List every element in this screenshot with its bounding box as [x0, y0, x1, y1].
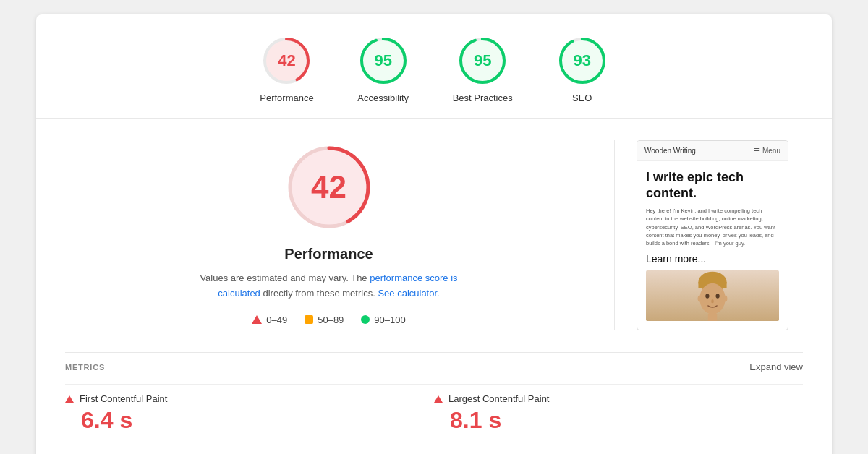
svg-point-22 [698, 296, 702, 302]
svg-point-17 [699, 283, 726, 314]
preview-menu: ☰ Menu [754, 147, 780, 155]
metric-status-icon-fcp [65, 395, 74, 403]
left-panel: 42 Performance Values are estimated and … [65, 140, 592, 330]
score-value-accessibility: 95 [374, 51, 391, 70]
svg-point-19 [715, 294, 719, 299]
svg-point-18 [705, 294, 709, 299]
metrics-header: METRICS Expand view [65, 352, 803, 384]
score-item-performance[interactable]: 42 Performance [260, 35, 313, 103]
main-content: 42 Performance Values are estimated and … [36, 119, 832, 352]
main-card: 42 Performance 95 Accessibility [36, 14, 832, 454]
metric-value-lcp: 8.1 s [434, 407, 803, 434]
score-label-accessibility: Accessibility [357, 93, 409, 103]
big-performance-circle: 42 [282, 140, 376, 234]
metrics-section: METRICS Expand view First Contentful Pai… [36, 352, 832, 454]
performance-title: Performance [284, 246, 373, 262]
performance-description: Values are estimated and may vary. The p… [192, 271, 467, 301]
score-circle-accessibility: 95 [357, 35, 409, 87]
desc-text-1: Values are estimated and may vary. The [200, 273, 370, 283]
metric-fcp-header: First Contentful Paint [65, 393, 434, 404]
svg-point-20 [711, 299, 714, 303]
score-label-seo: SEO [572, 93, 592, 103]
preview-learn-more[interactable]: Learn more... [646, 253, 779, 265]
legend-item-poor: 0–49 [252, 314, 287, 325]
metric-item-lcp: Largest Contentful Paint 8.1 s [434, 384, 803, 442]
metric-status-icon-lcp [434, 395, 443, 403]
metric-value-fcp: 6.4 s [65, 407, 434, 434]
preview-site-name: Wooden Writing [644, 147, 696, 155]
score-circle-best-practices: 95 [456, 35, 509, 87]
score-row: 42 Performance 95 Accessibility [36, 14, 832, 119]
score-label-best-practices: Best Practices [453, 93, 513, 103]
desc-text-2: directly from these metrics. [260, 288, 378, 299]
big-score-number: 42 [311, 169, 346, 205]
expand-view-button[interactable]: Expand view [749, 361, 803, 372]
green-circle-icon [361, 315, 370, 324]
vertical-divider [614, 140, 615, 330]
score-label-performance: Performance [260, 93, 313, 103]
preview-header: Wooden Writing ☰ Menu [637, 141, 788, 161]
legend-label-good: 90–100 [374, 314, 405, 325]
score-circle-performance: 42 [260, 35, 312, 87]
legend-label-average: 50–89 [318, 314, 344, 325]
legend-label-poor: 0–49 [266, 314, 287, 325]
legend: 0–49 50–89 90–100 [252, 314, 405, 325]
metric-lcp-header: Largest Contentful Paint [434, 393, 803, 404]
metrics-section-title: METRICS [65, 363, 105, 372]
score-value-performance: 42 [278, 51, 295, 70]
metric-name-fcp: First Contentful Paint [80, 393, 167, 404]
legend-item-average: 50–89 [305, 314, 344, 325]
preview-face-image [646, 270, 779, 321]
preview-body-text: Hey there! I'm Kevin, and I write compel… [646, 207, 779, 247]
preview-body: I write epic tech content. Hey there! I'… [637, 161, 788, 330]
orange-square-icon [305, 315, 313, 324]
metric-item-fcp: First Contentful Paint 6.4 s [65, 384, 434, 442]
preview-headline: I write epic tech content. [646, 170, 779, 201]
svg-point-23 [723, 296, 727, 302]
score-value-seo: 93 [574, 51, 591, 70]
score-item-seo[interactable]: 93 SEO [556, 35, 608, 103]
score-value-best-practices: 95 [474, 51, 491, 70]
calculator-link[interactable]: See calculator. [378, 288, 439, 299]
score-circle-seo: 93 [556, 35, 608, 87]
metric-name-lcp: Largest Contentful Paint [448, 393, 549, 404]
score-item-accessibility[interactable]: 95 Accessibility [357, 35, 409, 103]
legend-item-good: 90–100 [361, 314, 405, 325]
right-panel: Wooden Writing ☰ Menu I write epic tech … [637, 140, 803, 330]
score-item-best-practices[interactable]: 95 Best Practices [453, 35, 513, 103]
red-triangle-icon [252, 315, 262, 324]
website-preview: Wooden Writing ☰ Menu I write epic tech … [637, 140, 788, 330]
svg-rect-21 [708, 313, 717, 321]
metrics-grid: First Contentful Paint 6.4 s Largest Con… [65, 384, 803, 442]
